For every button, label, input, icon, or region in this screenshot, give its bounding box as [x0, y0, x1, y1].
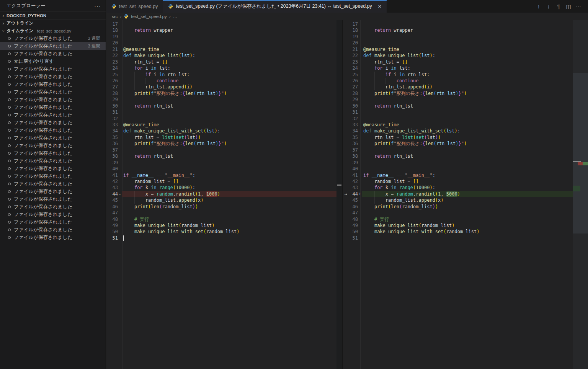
next-change-icon[interactable]: ↓: [544, 3, 554, 10]
sidebar-section-outline[interactable]: › アウトライン: [0, 19, 106, 27]
timeline-item[interactable]: ファイルが保存されました: [0, 142, 106, 149]
timeline-item[interactable]: ファイルが保存されました: [0, 188, 106, 195]
code-line[interactable]: 42 random_list = []: [106, 178, 336, 184]
timeline-item[interactable]: ファイルが保存されました: [0, 111, 106, 119]
code-line[interactable]: 18 return wrapper: [106, 27, 336, 33]
breadcrumb-src[interactable]: src: [112, 14, 118, 19]
code-line[interactable]: 27 rtn_lst.append(i): [106, 84, 336, 90]
code-line[interactable]: 18 return wrapper: [343, 27, 573, 33]
timeline-item[interactable]: ファイルが保存されました3 週間: [0, 42, 106, 50]
code-line[interactable]: 49 make_unique_list(random_list): [106, 222, 336, 229]
code-line[interactable]: 25 if i in rtn_lst:: [343, 72, 573, 78]
code-line[interactable]: 51: [343, 235, 573, 241]
code-line[interactable]: 43 for k in range(10000):: [106, 184, 336, 191]
code-line[interactable]: 20: [106, 40, 336, 46]
timeline-item[interactable]: ファイルが保存されました: [0, 88, 106, 96]
code-line[interactable]: 26 continue: [343, 78, 573, 84]
code-line[interactable]: 49 make_unique_list(random_list): [343, 222, 573, 229]
code-line[interactable]: 32: [106, 116, 336, 122]
code-line[interactable]: 21@measure_time: [106, 46, 336, 52]
code-line[interactable]: 27 rtn_lst.append(i): [343, 84, 573, 90]
code-line[interactable]: 19: [106, 34, 336, 40]
timeline-item[interactable]: ファイルが保存されました: [0, 96, 106, 103]
code-line[interactable]: 40: [343, 166, 573, 172]
sidebar-section-docker-python[interactable]: › DOCKER_PYTHON: [0, 11, 106, 19]
diff-pane-original[interactable]: 1718 return wrapper192021@measure_time22…: [106, 20, 336, 369]
timeline-item[interactable]: ファイルが保存されました: [0, 80, 106, 88]
code-line[interactable]: 25 if i in rtn_lst:: [106, 72, 336, 78]
code-line[interactable]: 32: [343, 116, 573, 122]
code-line[interactable]: 20: [343, 40, 573, 46]
code-line[interactable]: 36 print(f"配列の長さ:{len(rtn_lst)}"): [106, 140, 336, 147]
code-line[interactable]: 34def make_unique_list_with_set(lst):: [106, 128, 336, 134]
code-line[interactable]: 36 print(f"配列の長さ:{len(rtn_lst)}"): [343, 140, 573, 147]
code-line[interactable]: 31: [343, 109, 573, 115]
code-line[interactable]: 28 print(f"配列の長さ:{len(rtn_lst)}"): [343, 90, 573, 96]
code-line[interactable]: 39: [343, 160, 573, 166]
tab-test-set-speed[interactable]: test_set_speed.py: [106, 0, 163, 13]
sidebar-section-timeline[interactable]: › タイムライン test_set_speed.py: [0, 27, 106, 34]
timeline-item[interactable]: ファイルが保存されました: [0, 65, 106, 73]
code-line[interactable]: 48 # 実行: [343, 216, 573, 222]
code-line[interactable]: 48 # 実行: [106, 216, 336, 222]
goto-diff-arrow-icon[interactable]: →: [343, 191, 349, 197]
close-icon[interactable]: ✕: [378, 4, 382, 9]
code-line[interactable]: 40: [106, 166, 336, 172]
code-line[interactable]: 19: [343, 34, 573, 40]
scrollbar-thumb[interactable]: [573, 73, 588, 233]
code-line[interactable]: 35 rtn_lst = list(set(lst)): [343, 134, 573, 140]
code-line[interactable]: 42 random_list = []: [343, 178, 573, 184]
timeline-item[interactable]: ファイルが保存されました: [0, 126, 106, 134]
breadcrumb-file[interactable]: test_set_speed.py: [131, 14, 167, 19]
timeline-item[interactable]: ファイルが保存されました: [0, 103, 106, 111]
code-line[interactable]: 31: [106, 109, 336, 115]
timeline-item[interactable]: ファイルが保存されました: [0, 218, 106, 226]
code-line[interactable]: 30 return rtn_lst: [106, 103, 336, 109]
code-line[interactable]: 37: [106, 147, 336, 153]
code-line[interactable]: 43 for k in range(10000):: [343, 184, 573, 191]
code-line[interactable]: 47: [106, 210, 336, 216]
diff-pane-modified[interactable]: 1718 return wrapper192021@measure_time22…: [343, 20, 573, 369]
code-line[interactable]: 24 for i in lst:: [106, 65, 336, 71]
code-line[interactable]: 23 rtn_lst = []: [343, 59, 573, 65]
timeline-item[interactable]: ファイルが保存されました: [0, 203, 106, 211]
timeline-item[interactable]: ファイルが保存されました: [0, 149, 106, 157]
tab-diff-test-set-speed[interactable]: test_set_speed.py (ファイルが保存されました • 2023年6…: [163, 0, 387, 13]
timeline-item[interactable]: ファイルが保存されました: [0, 211, 106, 218]
code-line[interactable]: 24 for i in lst:: [343, 65, 573, 71]
code-line[interactable]: 35 rtn_lst = list(set(lst)): [106, 134, 336, 140]
code-line[interactable]: 17: [343, 21, 573, 27]
code-line[interactable]: →44+ x = random.randint(1, 5000): [343, 191, 573, 197]
timeline-item[interactable]: ファイルが保存されました: [0, 165, 106, 172]
code-line[interactable]: 38 return rtn_lst: [343, 153, 573, 159]
code-line[interactable]: 44- x = random.randint(1, 1000): [106, 191, 336, 197]
code-line[interactable]: 29: [106, 96, 336, 103]
code-line[interactable]: 21@measure_time: [343, 46, 573, 52]
code-line[interactable]: 50 make_unique_list_with_set(random_list…: [106, 229, 336, 235]
code-line[interactable]: 45 random_list.append(x): [106, 197, 336, 203]
code-line[interactable]: 23 rtn_lst = []: [106, 59, 336, 65]
timeline-item[interactable]: ファイルが保存されました: [0, 50, 106, 57]
timeline-item[interactable]: ファイルが保存されました: [0, 233, 106, 241]
previous-change-icon[interactable]: ↑: [534, 3, 544, 10]
timeline-item[interactable]: ファイルが保存されました: [0, 180, 106, 188]
timeline-item[interactable]: ファイルが保存されました: [0, 119, 106, 126]
more-actions-icon[interactable]: ···: [573, 3, 583, 10]
code-line[interactable]: 22def make_unique_list(lst):: [106, 52, 336, 59]
code-line[interactable]: 45 random_list.append(x): [343, 197, 573, 203]
code-line[interactable]: 39: [106, 160, 336, 166]
code-line[interactable]: 47: [343, 210, 573, 216]
timeline-item[interactable]: ファイルが保存されました: [0, 134, 106, 142]
code-line[interactable]: 50 make_unique_list_with_set(random_list…: [343, 229, 573, 235]
timeline-item[interactable]: ファイルが保存されました3 週間: [0, 34, 106, 42]
code-line[interactable]: 29: [343, 96, 573, 103]
timeline-item[interactable]: ファイルが保存されました: [0, 73, 106, 80]
code-line[interactable]: 41if __name__ == "__main__":: [106, 172, 336, 178]
code-line[interactable]: 17: [106, 21, 336, 27]
explorer-more-icon[interactable]: ···: [94, 3, 101, 9]
code-line[interactable]: 41if __name__ == "__main__":: [343, 172, 573, 178]
timeline-item[interactable]: ファイルが保存されました: [0, 226, 106, 233]
code-line[interactable]: 33@measure_time: [343, 122, 573, 128]
modified-scrollbar[interactable]: [573, 20, 588, 369]
code-line[interactable]: 22def make_unique_list(lst):: [343, 52, 573, 59]
